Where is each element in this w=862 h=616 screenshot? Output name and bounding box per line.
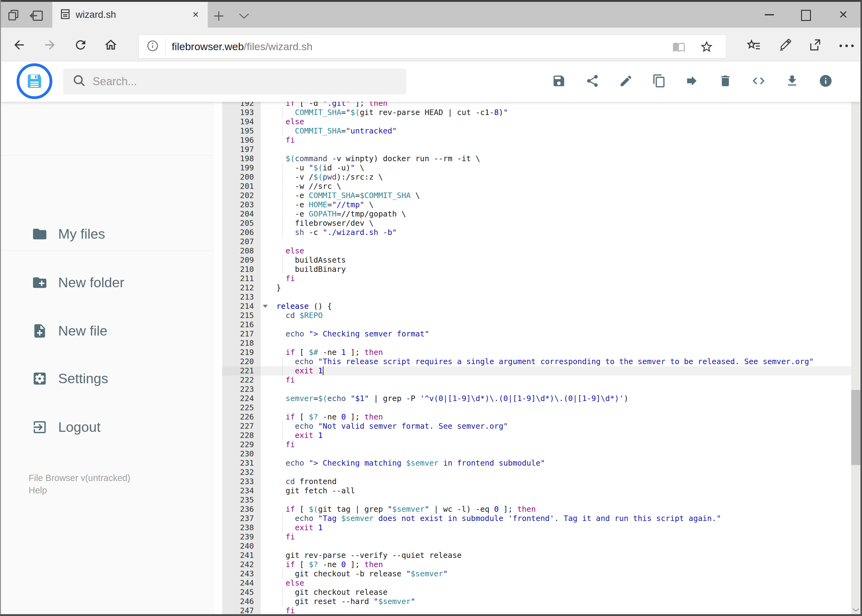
share-button[interactable] <box>584 73 601 90</box>
window-border-bottom <box>0 614 862 616</box>
reading-view-book-icon[interactable] <box>673 40 686 55</box>
copy-button[interactable] <box>651 73 668 90</box>
page-scrollbar[interactable] <box>851 61 860 614</box>
move-icon <box>685 74 699 89</box>
hub-icon[interactable] <box>747 38 761 53</box>
code-text: else <box>261 246 851 256</box>
line-number: 194 <box>222 117 261 126</box>
code-line-194: 194 else <box>214 117 851 126</box>
code-line-215: 215 cd $REPO <box>214 311 851 320</box>
code-text: $(command -v winpty) docker run --rm -it… <box>261 154 851 163</box>
line-number: 240 <box>222 542 261 551</box>
line-number: 239 <box>222 532 261 542</box>
sidebar-item-settings[interactable]: Settings <box>1 361 214 396</box>
line-number: 208 <box>222 246 261 256</box>
line-number: 244 <box>222 578 261 588</box>
code-text: COMMIT_SHA="$(git rev-parse HEAD | cut -… <box>261 108 851 117</box>
code-text <box>261 237 851 246</box>
code-line-226: 226 if [ $? -ne 0 ]; then <box>214 412 851 422</box>
tab-close-icon[interactable]: ✕ <box>192 2 199 28</box>
code-line-198: 198 $(command -v winpty) docker run --rm… <box>214 154 851 163</box>
favorite-star-icon[interactable] <box>700 40 714 55</box>
code-line-201: 201 -w //src \ <box>214 182 851 191</box>
line-number: 227 <box>222 422 261 431</box>
code-line-205: 205 filebrowser/dev \ <box>214 218 851 228</box>
back-icon[interactable] <box>12 38 26 53</box>
floppy-disk-logo[interactable] <box>17 63 52 99</box>
line-number: 198 <box>222 154 261 163</box>
code-text: -u "$(id -u)" \ <box>261 163 851 173</box>
share-icon[interactable] <box>808 38 822 53</box>
new-tab-plus-icon[interactable] <box>213 10 225 24</box>
code-line-202: 202 -e COMMIT_SHA=$COMMIT_SHA \ <box>214 191 851 200</box>
line-number: 212 <box>222 283 261 292</box>
search-input[interactable] <box>92 75 406 88</box>
code-line-208: 208 else <box>214 246 851 256</box>
indent-guide <box>282 588 283 597</box>
search-bar[interactable] <box>63 69 406 94</box>
save-icon <box>552 74 566 89</box>
active-tab[interactable]: wizard.sh ✕ <box>52 2 208 28</box>
rename-icon <box>619 74 633 89</box>
annotate-pen-icon[interactable] <box>778 38 792 53</box>
refresh-icon[interactable] <box>74 38 88 53</box>
line-number: 229 <box>222 440 261 449</box>
tab-list-chevron-icon[interactable] <box>238 13 250 20</box>
line-number: 216 <box>222 320 261 329</box>
code-line-195: 195 COMMIT_SHA="untracked" <box>214 126 851 136</box>
code-line-220: 220 echo "This release script requires a… <box>214 357 851 366</box>
move-button[interactable] <box>683 73 700 90</box>
maximize-button[interactable] <box>801 10 811 21</box>
help-link[interactable]: Help <box>28 484 130 497</box>
indent-guide <box>282 182 283 191</box>
code-text: echo "> Checking semver format" <box>261 329 851 339</box>
scrollbar-thumb[interactable] <box>851 390 860 465</box>
sidebar-item-label: New folder <box>58 275 124 291</box>
close-button[interactable]: ✕ <box>838 2 848 28</box>
site-info-icon[interactable] <box>146 39 159 53</box>
line-number: 223 <box>222 385 261 394</box>
home-icon[interactable] <box>104 38 118 53</box>
code-text: -e HOME="//tmp" \ <box>261 200 851 209</box>
forward-icon[interactable] <box>43 38 57 53</box>
scrollbar-down-icon[interactable] <box>852 607 860 612</box>
code-editor[interactable]: 192 if [ -d ".git" ]; then193 COMMIT_SHA… <box>214 102 851 614</box>
delete-button[interactable] <box>717 73 734 90</box>
sidebar-item-logout[interactable]: Logout <box>1 410 214 444</box>
code-text: echo "Tag $semver does not exist in subm… <box>261 514 851 523</box>
code-text: git checkout -b release "$semver" <box>261 569 851 578</box>
raw-view-button[interactable] <box>750 73 767 90</box>
code-line-197: 197 <box>214 145 851 154</box>
rename-button[interactable] <box>617 73 635 90</box>
sidebar-item-my-files[interactable]: My files <box>1 217 214 251</box>
download-button[interactable] <box>783 73 801 90</box>
line-number: 217 <box>222 329 261 339</box>
sidebar-item-new-file[interactable]: New file <box>1 314 214 348</box>
code-text: fi <box>261 532 851 542</box>
code-line-225: 225 <box>214 403 851 412</box>
set-tabs-aside-icon[interactable] <box>29 10 43 23</box>
indent-guide <box>282 256 283 265</box>
text-cursor <box>323 366 323 375</box>
url-field[interactable]: filebrowser.web/files/wizard.sh <box>139 35 726 58</box>
minimize-button[interactable] <box>765 14 774 16</box>
sidebar-item-new-folder[interactable]: New folder <box>1 266 214 300</box>
code-line-246: 246 git reset --hard "$semver" <box>214 597 851 606</box>
indent-guide <box>282 173 283 182</box>
info-button[interactable] <box>817 73 834 90</box>
save-button[interactable] <box>550 73 567 90</box>
code-line-217: 217 echo "> Checking semver format" <box>214 329 851 339</box>
fold-arrow-icon[interactable] <box>263 305 268 308</box>
more-dots-icon[interactable] <box>838 44 855 49</box>
code-line-200: 200 -v /$(pwd):/src:z \ <box>214 173 851 182</box>
tab-preview-icon[interactable] <box>8 9 21 23</box>
code-text: if [ $# -ne 1 ]; then <box>261 348 851 357</box>
code-line-242: 242 if [ $? -ne 0 ]; then <box>214 560 851 569</box>
indent-guide <box>282 218 283 228</box>
line-number: 210 <box>222 265 261 274</box>
line-number: 205 <box>222 218 261 228</box>
code-text <box>261 403 851 412</box>
line-number: 243 <box>222 569 261 578</box>
code-text: exit 1 <box>261 523 851 532</box>
code-line-239: 239 fi <box>214 532 851 542</box>
